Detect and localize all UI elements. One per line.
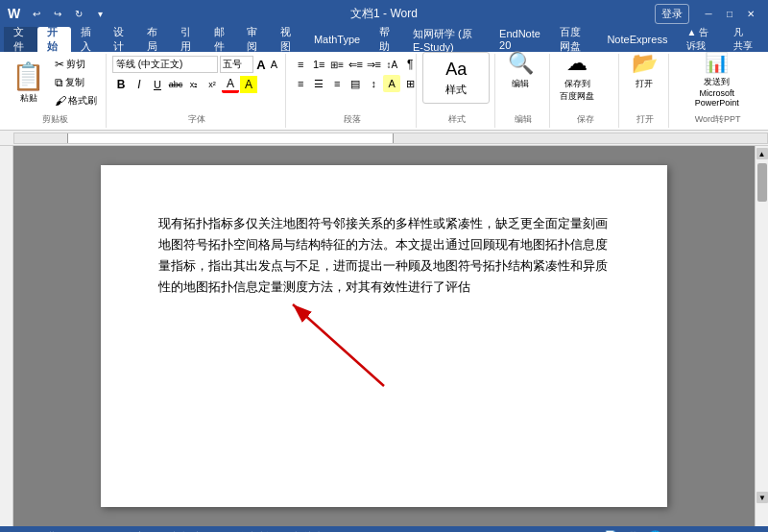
font-color-btn[interactable]: A [222, 76, 239, 93]
tab-layout[interactable]: 布局 [137, 27, 171, 52]
bold-button[interactable]: B [112, 76, 130, 93]
paste-label: 粘贴 [20, 92, 37, 105]
paragraph-group-label: 段落 [288, 113, 416, 126]
ppt-icon: 📊 [705, 51, 729, 74]
redo-arrow-btn[interactable]: ↪ [49, 5, 66, 22]
decrease-indent-btn[interactable]: ⇐≡ [347, 56, 364, 73]
vertical-scrollbar[interactable]: ▲ ▼ [755, 146, 768, 526]
save-cloud-label: 保存到百度网盘 [560, 78, 594, 103]
increase-indent-btn[interactable]: ⇒≡ [365, 56, 382, 73]
subscript-button[interactable]: x₂ [185, 76, 203, 93]
status-bar: 第 1 页，共 1 页 133/133 个字 🌐 中文(中国) ✓ 辅助功能：一… [0, 526, 768, 532]
paste-icon: 📋 [12, 63, 45, 90]
paragraph-group: ≡ 1≡ ⊞≡ ⇐≡ ⇒≡ ↕A ¶ ≡ ☰ ≡ ▤ ↕ A ⊞ [288, 54, 417, 128]
underline-button[interactable]: U [149, 76, 166, 93]
copy-label: 复制 [65, 76, 84, 89]
tab-cnki[interactable]: 知网研学 (原E-Study) [403, 27, 490, 52]
paste-button[interactable]: 📋 粘贴 [8, 56, 49, 111]
format-painter-icon: 🖌 [55, 94, 66, 108]
strikethrough-button[interactable]: abc [167, 76, 184, 93]
cut-button[interactable]: ✂ 剪切 [52, 56, 100, 73]
auto-save-btn[interactable]: ↻ [70, 5, 87, 22]
superscript-button[interactable]: x² [204, 76, 221, 93]
styles-group: Aa 样式 样式 [419, 54, 495, 128]
styles-button[interactable]: Aa 样式 [422, 52, 490, 104]
bullet-list-btn[interactable]: ≡ [292, 56, 309, 73]
highlight-btn[interactable]: A [240, 76, 257, 93]
word-to-ppt-label: Word转PPT [671, 113, 764, 126]
tab-home[interactable]: 开始 [37, 27, 71, 52]
undo-btn[interactable]: ↩ [28, 5, 45, 22]
send-to-ppt-button[interactable]: 📊 发送到Microsoft PowerPoint [675, 49, 758, 107]
line-spacing-btn[interactable]: ↕ [365, 75, 382, 92]
italic-button[interactable]: I [131, 76, 148, 93]
sort-btn[interactable]: ↕A [383, 56, 400, 73]
window-title: 文档1 - Word [350, 6, 418, 22]
border-btn[interactable]: ⊞ [401, 75, 419, 92]
document-page: 现有拓扑指标多仅关注地图符号邻接关系的多样性或紧凑性，缺乏更全面定量刻画地图符号… [101, 165, 667, 507]
svg-line-1 [293, 304, 384, 386]
editing-button[interactable]: 🔍 编辑 [501, 49, 540, 107]
styles-icon: Aa [445, 60, 467, 80]
tab-view[interactable]: 视图 [271, 27, 304, 52]
open-group: 📂 打开 打开 [621, 54, 669, 128]
word-to-ppt-group: 📊 发送到Microsoft PowerPoint Word转PPT [671, 54, 764, 128]
close-button[interactable]: ✕ [741, 4, 760, 23]
tab-design[interactable]: 设计 [104, 27, 137, 52]
editing-group-label: 编辑 [497, 113, 549, 126]
save-group-label: 保存 [552, 113, 618, 126]
format-painter-label: 格式刷 [68, 94, 97, 108]
quick-access-toolbar: W ↩ ↪ ↻ ▾ [8, 5, 108, 22]
open-label: 打开 [636, 78, 653, 90]
editing-label: 编辑 [512, 78, 529, 90]
clipboard-group: 📋 粘贴 ✂ 剪切 ⧉ 复制 🖌 格式刷 [4, 54, 107, 128]
styles-group-label: 样式 [419, 113, 494, 126]
open-icon: 📂 [632, 51, 658, 76]
save-cloud-button[interactable]: ☁ 保存到百度网盘 [556, 49, 598, 107]
align-left-btn[interactable]: ≡ [292, 75, 309, 92]
copy-button[interactable]: ⧉ 复制 [52, 74, 100, 91]
font-size-input[interactable] [220, 56, 253, 73]
cut-icon: ✂ [55, 58, 64, 71]
multi-level-list-btn[interactable]: ⊞≡ [328, 56, 346, 73]
justify-btn[interactable]: ▤ [347, 75, 364, 92]
horizontal-ruler [0, 131, 768, 146]
shading-btn[interactable]: A [383, 75, 400, 92]
word-app-icon: W [8, 6, 20, 21]
open-button[interactable]: 📂 打开 [625, 49, 663, 107]
align-right-btn[interactable]: ≡ [328, 75, 346, 92]
title-text: 文档1 - Word [350, 7, 418, 20]
document-area[interactable]: 现有拓扑指标多仅关注地图符号邻接关系的多样性或紧凑性，缺乏更全面定量刻画地图符号… [13, 146, 755, 526]
save-cloud-group: ☁ 保存到百度网盘 保存 [552, 54, 619, 128]
font-size-grow-btn[interactable]: A [255, 56, 267, 73]
tab-mathtype[interactable]: MathType [304, 27, 370, 52]
open-group-label: 打开 [621, 113, 668, 126]
format-painter-button[interactable]: 🖌 格式刷 [52, 92, 100, 109]
send-ppt-label: 发送到Microsoft PowerPoint [679, 76, 755, 108]
show-marks-btn[interactable]: ¶ [401, 56, 419, 73]
numbered-list-btn[interactable]: 1≡ [310, 56, 327, 73]
minimize-button[interactable]: ─ [699, 4, 718, 23]
window-controls: 登录 ─ □ ✕ [655, 4, 760, 24]
cloud-icon: ☁ [566, 51, 588, 76]
editing-icon: 🔍 [508, 51, 534, 76]
tab-review[interactable]: 审阅 [237, 27, 271, 52]
tab-mail[interactable]: 邮件 [204, 27, 238, 52]
customize-btn[interactable]: ▾ [91, 5, 108, 22]
font-group-label: 字体 [108, 113, 285, 126]
cut-label: 剪切 [66, 58, 85, 71]
align-center-btn[interactable]: ☰ [310, 75, 327, 92]
font-name-input[interactable] [112, 56, 218, 73]
clipboard-group-label: 剪贴板 [4, 113, 106, 126]
login-button[interactable]: 登录 [655, 4, 689, 24]
document-content: 现有拓扑指标多仅关注地图符号邻接关系的多样性或紧凑性，缺乏更全面定量刻画地图符号… [158, 213, 610, 298]
tab-references[interactable]: 引用 [171, 27, 204, 52]
tab-help[interactable]: 帮助 [370, 27, 403, 52]
font-size-shrink-btn[interactable]: A [269, 56, 280, 73]
editing-group: 🔍 编辑 编辑 [497, 54, 550, 128]
tab-insert[interactable]: 插入 [71, 27, 105, 52]
ribbon: 文件 开始 插入 设计 布局 引用 邮件 审阅 视图 MathType 帮助 知… [0, 27, 768, 131]
main-area: 现有拓扑指标多仅关注地图符号邻接关系的多样性或紧凑性，缺乏更全面定量刻画地图符号… [0, 146, 768, 526]
maximize-button[interactable]: □ [720, 4, 739, 23]
tab-file[interactable]: 文件 [4, 27, 37, 52]
